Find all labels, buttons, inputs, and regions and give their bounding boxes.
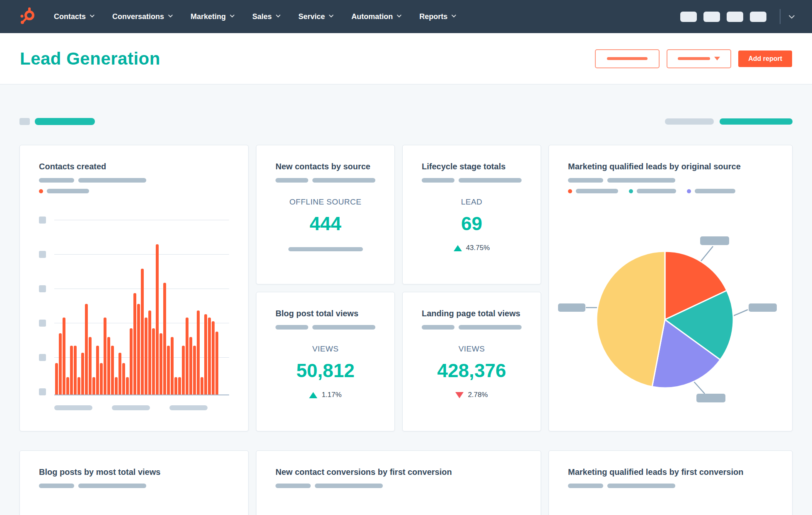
chart-legend — [568, 189, 773, 193]
bar — [77, 377, 80, 395]
report-title[interactable]: New contacts by source — [276, 162, 375, 171]
bar-chart — [39, 217, 229, 395]
x-axis-placeholders — [54, 405, 229, 410]
chevron-down-icon — [230, 13, 234, 17]
dashboard-dropdown-button[interactable] — [667, 49, 731, 68]
delta-up-icon — [309, 392, 317, 398]
redacted-tick — [54, 405, 92, 410]
bar-chart-bars — [55, 220, 218, 395]
bar — [96, 346, 99, 395]
pie-callout-placeholder — [749, 303, 777, 312]
redacted-pill — [607, 178, 675, 183]
bar — [107, 337, 110, 395]
pie-callout-placeholder — [558, 303, 585, 312]
bar — [145, 318, 147, 395]
report-title[interactable]: New contact conversions by first convers… — [276, 467, 522, 477]
kpi-delta: 2.78% — [455, 391, 488, 399]
report-title[interactable]: Landing page total views — [422, 309, 522, 318]
bar — [130, 328, 133, 395]
subtitle-placeholder — [39, 178, 229, 183]
bar — [156, 244, 159, 395]
redacted-pill — [47, 189, 89, 193]
card-blog-posts-by-most-total-views: Blog posts by most total views — [19, 450, 249, 515]
bar — [148, 310, 151, 395]
kpi-block: VIEWS 428,376 2.78% — [422, 344, 522, 399]
nav-item-label: Reports — [419, 12, 447, 21]
chevron-down-icon — [168, 13, 173, 17]
nav-action-placeholder[interactable] — [750, 12, 766, 22]
bar — [63, 318, 65, 395]
bar — [189, 337, 192, 395]
redacted-tick — [39, 388, 46, 395]
nav-item-conversations[interactable]: Conversations — [112, 12, 172, 21]
page-title: Lead Generation — [20, 49, 160, 69]
bar — [122, 363, 125, 395]
kpi-label: VIEWS — [312, 344, 339, 354]
card-mql-by-original-source: Marketing qualified leads by original so… — [549, 145, 793, 431]
kpi-label: VIEWS — [459, 344, 485, 354]
bar — [126, 377, 129, 395]
nav-item-sales[interactable]: Sales — [252, 12, 279, 21]
redacted-tick — [39, 320, 46, 327]
bar — [204, 314, 207, 395]
nav-action-placeholder[interactable] — [680, 12, 697, 22]
bar — [74, 346, 77, 395]
filter-value-placeholder — [35, 118, 95, 125]
report-title[interactable]: Blog posts by most total views — [39, 467, 229, 477]
redacted-pill — [276, 325, 308, 330]
nav-item-label: Automation — [351, 12, 393, 21]
x-axis-baseline — [54, 395, 229, 395]
redacted-tick — [39, 251, 46, 258]
nav-item-service[interactable]: Service — [298, 12, 332, 21]
redacted-pill — [288, 247, 363, 251]
nav-action-placeholder[interactable] — [703, 12, 720, 22]
chevron-down-icon — [329, 13, 334, 17]
nav-item-contacts[interactable]: Contacts — [54, 12, 93, 21]
filter-row — [19, 118, 793, 125]
dashboard-action-button[interactable] — [595, 49, 660, 68]
top-nav: Contacts Conversations Marketing Sales S… — [0, 0, 812, 33]
kpi-delta: 43.75% — [454, 244, 490, 252]
report-title[interactable]: Contacts created — [39, 162, 229, 171]
redacted-tick — [112, 405, 150, 410]
redacted-pill — [276, 178, 308, 183]
nav-item-automation[interactable]: Automation — [351, 12, 400, 21]
card-contacts-created: Contacts created — [19, 145, 249, 431]
hubspot-logo-icon[interactable] — [18, 7, 37, 26]
chart-legend — [39, 189, 229, 193]
nav-item-reports[interactable]: Reports — [419, 12, 455, 21]
kpi-block: LEAD 69 43.75% — [422, 197, 522, 252]
nav-action-placeholder[interactable] — [727, 12, 743, 22]
pie-callout-placeholder — [700, 236, 729, 245]
redacted-pill — [78, 178, 146, 183]
kpi-block: VIEWS 50,812 1.17% — [276, 344, 375, 399]
delta-value: 43.75% — [466, 244, 490, 252]
bar — [115, 377, 118, 395]
dashboard-body: Contacts created — [0, 118, 812, 515]
report-title[interactable]: Lifecycle stage totals — [422, 162, 522, 171]
chevron-down-icon — [452, 13, 456, 17]
nav-toolbar — [674, 9, 794, 24]
redacted-tick — [39, 217, 46, 224]
report-title[interactable]: Marketing qualified leads by original so… — [568, 162, 773, 171]
add-report-button[interactable]: Add report — [738, 51, 792, 67]
legend-item — [39, 189, 89, 193]
bar — [160, 333, 162, 395]
legend-item — [568, 189, 618, 193]
redacted-pill — [39, 178, 74, 183]
account-chevron-down-icon[interactable] — [789, 12, 795, 18]
kpi-value: 444 — [309, 212, 341, 235]
kpi-block: OFFLINE SOURCE 444 — [276, 197, 375, 251]
nav-item-marketing[interactable]: Marketing — [191, 12, 233, 21]
redacted-pill — [459, 325, 522, 330]
report-title[interactable]: Marketing qualified leads by first conve… — [568, 467, 773, 477]
bar — [171, 337, 174, 395]
delta-value: 2.78% — [468, 391, 488, 399]
report-title[interactable]: Blog post total views — [276, 309, 375, 318]
bar — [208, 318, 211, 395]
redacted-pill — [422, 178, 454, 183]
redacted-pill — [637, 189, 676, 193]
filter-right — [665, 118, 793, 125]
bar — [215, 332, 218, 395]
redacted-pill — [312, 325, 375, 330]
